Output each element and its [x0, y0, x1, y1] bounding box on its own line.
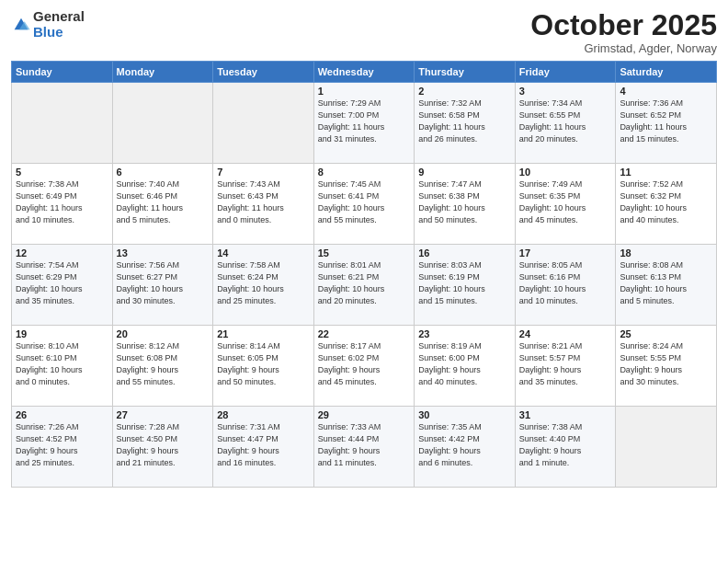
- calendar-cell: 23Sunrise: 8:19 AM Sunset: 6:00 PM Dayli…: [415, 326, 516, 407]
- day-number: 4: [620, 86, 712, 97]
- day-info: Sunrise: 7:28 AM Sunset: 4:50 PM Dayligh…: [117, 421, 210, 469]
- day-number: 16: [418, 247, 511, 259]
- day-info: Sunrise: 8:03 AM Sunset: 6:19 PM Dayligh…: [418, 259, 511, 307]
- calendar-cell: [112, 83, 213, 164]
- day-number: 22: [318, 328, 411, 339]
- calendar-week: 1Sunrise: 7:29 AM Sunset: 7:00 PM Daylig…: [12, 83, 717, 164]
- day-number: 5: [16, 167, 108, 178]
- day-number: 7: [217, 167, 310, 178]
- day-number: 12: [16, 247, 108, 259]
- day-number: 1: [318, 86, 411, 97]
- title-block: October 2025 Grimstad, Agder, Norway: [530, 9, 717, 55]
- day-info: Sunrise: 7:33 AM Sunset: 4:44 PM Dayligh…: [318, 421, 411, 469]
- day-info: Sunrise: 8:12 AM Sunset: 6:08 PM Dayligh…: [117, 340, 210, 388]
- day-info: Sunrise: 8:10 AM Sunset: 6:10 PM Dayligh…: [16, 340, 108, 388]
- day-number: 30: [418, 409, 511, 420]
- day-info: Sunrise: 8:01 AM Sunset: 6:21 PM Dayligh…: [318, 259, 411, 307]
- calendar-cell: 8Sunrise: 7:45 AM Sunset: 6:41 PM Daylig…: [313, 164, 415, 245]
- day-number: 20: [117, 328, 210, 339]
- day-number: 19: [16, 328, 108, 339]
- calendar-cell: 15Sunrise: 8:01 AM Sunset: 6:21 PM Dayli…: [313, 245, 415, 326]
- day-info: Sunrise: 7:58 AM Sunset: 6:24 PM Dayligh…: [217, 259, 310, 307]
- day-number: 11: [620, 167, 712, 178]
- day-info: Sunrise: 7:36 AM Sunset: 6:52 PM Dayligh…: [620, 98, 712, 145]
- calendar-cell: 19Sunrise: 8:10 AM Sunset: 6:10 PM Dayli…: [12, 326, 113, 407]
- header-row: SundayMondayTuesdayWednesdayThursdayFrid…: [12, 62, 717, 83]
- day-number: 23: [418, 328, 511, 339]
- calendar-cell: 17Sunrise: 8:05 AM Sunset: 6:16 PM Dayli…: [515, 245, 616, 326]
- day-number: 21: [217, 328, 310, 339]
- calendar-cell: 28Sunrise: 7:31 AM Sunset: 4:47 PM Dayli…: [213, 407, 314, 488]
- calendar-cell: 11Sunrise: 7:52 AM Sunset: 6:32 PM Dayli…: [616, 164, 717, 245]
- calendar-cell: 13Sunrise: 7:56 AM Sunset: 6:27 PM Dayli…: [112, 245, 213, 326]
- day-number: 24: [519, 328, 612, 339]
- day-info: Sunrise: 8:17 AM Sunset: 6:02 PM Dayligh…: [318, 340, 411, 388]
- logo-general: General: [33, 9, 85, 25]
- calendar-cell: 20Sunrise: 8:12 AM Sunset: 6:08 PM Dayli…: [112, 326, 213, 407]
- day-info: Sunrise: 7:54 AM Sunset: 6:29 PM Dayligh…: [16, 259, 108, 307]
- day-info: Sunrise: 7:32 AM Sunset: 6:58 PM Dayligh…: [418, 98, 511, 145]
- calendar-container: General Blue October 2025 Grimstad, Agde…: [0, 0, 728, 493]
- day-info: Sunrise: 7:29 AM Sunset: 7:00 PM Dayligh…: [318, 98, 411, 145]
- day-number: 18: [620, 247, 712, 259]
- calendar-week: 5Sunrise: 7:38 AM Sunset: 6:49 PM Daylig…: [12, 164, 717, 245]
- calendar-week: 12Sunrise: 7:54 AM Sunset: 6:29 PM Dayli…: [12, 245, 717, 326]
- day-info: Sunrise: 7:56 AM Sunset: 6:27 PM Dayligh…: [117, 259, 210, 307]
- header-day: Wednesday: [313, 62, 415, 83]
- day-number: 27: [117, 409, 210, 420]
- day-number: 26: [16, 409, 108, 420]
- logo-icon: [11, 15, 31, 35]
- calendar-cell: 27Sunrise: 7:28 AM Sunset: 4:50 PM Dayli…: [112, 407, 213, 488]
- day-number: 31: [519, 409, 612, 420]
- logo: General Blue: [11, 9, 85, 40]
- day-info: Sunrise: 7:40 AM Sunset: 6:46 PM Dayligh…: [117, 178, 210, 226]
- calendar-cell: [213, 83, 314, 164]
- calendar-cell: 22Sunrise: 8:17 AM Sunset: 6:02 PM Dayli…: [313, 326, 415, 407]
- day-info: Sunrise: 7:34 AM Sunset: 6:55 PM Dayligh…: [519, 98, 612, 145]
- day-info: Sunrise: 8:24 AM Sunset: 5:55 PM Dayligh…: [620, 340, 712, 388]
- day-info: Sunrise: 8:21 AM Sunset: 5:57 PM Dayligh…: [519, 340, 612, 388]
- day-number: 17: [519, 247, 612, 259]
- day-number: 2: [418, 86, 511, 97]
- calendar-cell: 29Sunrise: 7:33 AM Sunset: 4:44 PM Dayli…: [313, 407, 415, 488]
- location: Grimstad, Agder, Norway: [530, 41, 717, 55]
- calendar-body: 1Sunrise: 7:29 AM Sunset: 7:00 PM Daylig…: [12, 83, 717, 488]
- day-number: 3: [519, 86, 612, 97]
- calendar-cell: 16Sunrise: 8:03 AM Sunset: 6:19 PM Dayli…: [415, 245, 516, 326]
- calendar-cell: 10Sunrise: 7:49 AM Sunset: 6:35 PM Dayli…: [515, 164, 616, 245]
- calendar-cell: 18Sunrise: 8:08 AM Sunset: 6:13 PM Dayli…: [616, 245, 717, 326]
- calendar-cell: 26Sunrise: 7:26 AM Sunset: 4:52 PM Dayli…: [12, 407, 113, 488]
- header-day: Monday: [112, 62, 213, 83]
- calendar-cell: 25Sunrise: 8:24 AM Sunset: 5:55 PM Dayli…: [616, 326, 717, 407]
- calendar-cell: 2Sunrise: 7:32 AM Sunset: 6:58 PM Daylig…: [415, 83, 516, 164]
- calendar-table: SundayMondayTuesdayWednesdayThursdayFrid…: [11, 61, 717, 488]
- day-number: 13: [117, 247, 210, 259]
- calendar-cell: 24Sunrise: 8:21 AM Sunset: 5:57 PM Dayli…: [515, 326, 616, 407]
- calendar-cell: 30Sunrise: 7:35 AM Sunset: 4:42 PM Dayli…: [415, 407, 516, 488]
- calendar-cell: 1Sunrise: 7:29 AM Sunset: 7:00 PM Daylig…: [313, 83, 415, 164]
- calendar-cell: 9Sunrise: 7:47 AM Sunset: 6:38 PM Daylig…: [415, 164, 516, 245]
- header-day: Sunday: [12, 62, 113, 83]
- day-info: Sunrise: 7:52 AM Sunset: 6:32 PM Dayligh…: [620, 178, 712, 226]
- day-info: Sunrise: 7:31 AM Sunset: 4:47 PM Dayligh…: [217, 421, 310, 469]
- day-info: Sunrise: 7:35 AM Sunset: 4:42 PM Dayligh…: [418, 421, 511, 469]
- calendar-header: SundayMondayTuesdayWednesdayThursdayFrid…: [12, 62, 717, 83]
- day-number: 14: [217, 247, 310, 259]
- calendar-cell: 6Sunrise: 7:40 AM Sunset: 6:46 PM Daylig…: [112, 164, 213, 245]
- calendar-cell: 31Sunrise: 7:38 AM Sunset: 4:40 PM Dayli…: [515, 407, 616, 488]
- header-day: Tuesday: [213, 62, 314, 83]
- calendar-cell: 4Sunrise: 7:36 AM Sunset: 6:52 PM Daylig…: [616, 83, 717, 164]
- day-info: Sunrise: 7:47 AM Sunset: 6:38 PM Dayligh…: [418, 178, 511, 226]
- header-day: Thursday: [415, 62, 516, 83]
- day-number: 28: [217, 409, 310, 420]
- header: General Blue October 2025 Grimstad, Agde…: [11, 9, 717, 55]
- day-info: Sunrise: 7:38 AM Sunset: 4:40 PM Dayligh…: [519, 421, 612, 469]
- header-day: Friday: [515, 62, 616, 83]
- day-number: 10: [519, 167, 612, 178]
- calendar-cell: [12, 83, 113, 164]
- calendar-cell: 12Sunrise: 7:54 AM Sunset: 6:29 PM Dayli…: [12, 245, 113, 326]
- logo-blue: Blue: [33, 25, 85, 40]
- day-number: 29: [318, 409, 411, 420]
- day-info: Sunrise: 8:08 AM Sunset: 6:13 PM Dayligh…: [620, 259, 712, 307]
- day-info: Sunrise: 7:49 AM Sunset: 6:35 PM Dayligh…: [519, 178, 612, 226]
